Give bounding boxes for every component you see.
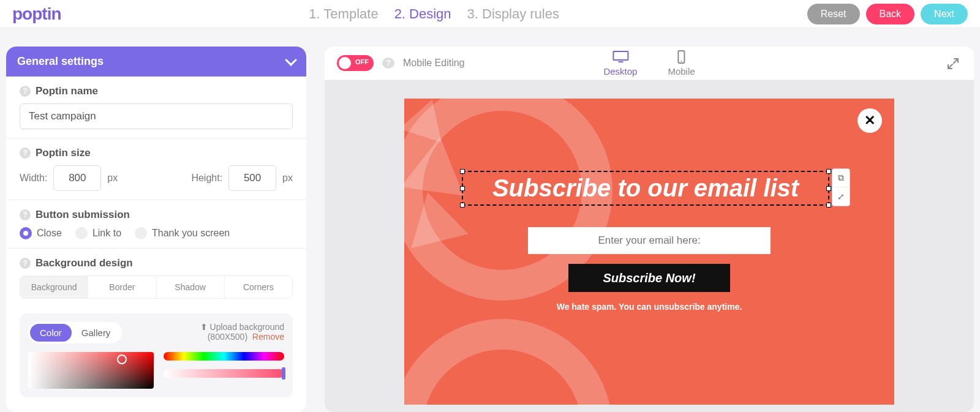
step-display-rules[interactable]: 3. Display rules [467, 6, 559, 22]
svg-rect-1 [618, 61, 623, 62]
expand-icon[interactable] [946, 56, 960, 73]
upload-icon: ⬆ [200, 322, 208, 332]
radio-thank-you[interactable]: Thank you screen [135, 227, 230, 239]
chevron-down-icon [285, 54, 297, 66]
back-button[interactable]: Back [866, 4, 915, 24]
next-button[interactable]: Next [921, 4, 968, 24]
bg-mode-pills: Color Gallery [28, 322, 122, 343]
popup-subscribe-button[interactable]: Subscribe Now! [568, 264, 730, 292]
resize-handle[interactable] [826, 203, 831, 208]
bg-panel: Color Gallery ⬆ Upload background (800X5… [20, 313, 293, 397]
device-desktop[interactable]: Desktop [603, 50, 637, 77]
width-label: Width: [20, 173, 47, 184]
popup-disclaimer[interactable]: We hate spam. You can unsubscribe anytim… [404, 302, 894, 312]
svg-rect-0 [613, 51, 628, 60]
headline-selection[interactable]: Subscribe to our email list ⧉ ⤢ [462, 171, 829, 206]
close-icon: ✕ [864, 113, 875, 129]
resize-handle[interactable] [460, 169, 465, 174]
height-label: Height: [191, 173, 222, 184]
svg-point-3 [681, 61, 682, 62]
reset-button[interactable]: Reset [807, 4, 860, 24]
pill-color[interactable]: Color [30, 324, 72, 342]
resize-handle[interactable] [826, 169, 831, 174]
radio-link-to[interactable]: Link to [75, 227, 121, 239]
poptin-name-block: ? Poptin name [6, 77, 306, 138]
desktop-icon [612, 50, 629, 64]
settings-sidebar: General settings ? Poptin name ? Poptin … [6, 47, 306, 412]
upload-label: Upload background [210, 322, 284, 332]
general-settings-header[interactable]: General settings [6, 47, 306, 77]
poptin-name-label: Poptin name [36, 85, 98, 97]
device-mobile[interactable]: Mobile [668, 50, 695, 77]
height-input[interactable] [228, 165, 276, 191]
popup-headline[interactable]: Subscribe to our email list [467, 174, 824, 202]
help-icon[interactable]: ? [20, 148, 31, 159]
tab-corners[interactable]: Corners [225, 276, 292, 298]
upload-area[interactable]: ⬆ Upload background (800X500) Remove [200, 322, 284, 342]
background-design-block: ? Background design Background Border Sh… [6, 249, 306, 307]
canvas-area: ? Mobile Editing Desktop Mobile [325, 47, 974, 412]
resize-handle[interactable] [826, 186, 831, 191]
help-icon[interactable]: ? [20, 209, 31, 220]
tab-background[interactable]: Background [20, 276, 88, 298]
resize-handle[interactable] [460, 203, 465, 208]
poptin-size-label: Poptin size [36, 147, 91, 159]
close-popup-button[interactable]: ✕ [858, 108, 882, 133]
width-unit: px [107, 173, 118, 184]
radio-close[interactable]: Close [20, 227, 62, 239]
help-icon[interactable]: ? [20, 258, 31, 269]
help-icon[interactable]: ? [20, 86, 31, 97]
decor-ring [404, 319, 612, 405]
help-icon[interactable]: ? [382, 58, 394, 69]
wizard-steps: 1. Template 2. Design 3. Display rules [61, 6, 807, 22]
remove-link[interactable]: Remove [252, 332, 284, 342]
header-buttons: Reset Back Next [807, 4, 968, 24]
height-unit: px [282, 173, 293, 184]
color-saturation-picker[interactable] [28, 352, 154, 389]
submission-label: Button submission [36, 209, 130, 221]
top-bar: poptin 1. Template 2. Design 3. Display … [0, 0, 980, 28]
tab-shadow[interactable]: Shadow [157, 276, 225, 298]
bg-design-label: Background design [36, 257, 133, 269]
element-tools: ⧉ ⤢ [832, 168, 850, 206]
duplicate-icon[interactable]: ⧉ [832, 169, 850, 187]
tab-border[interactable]: Border [88, 276, 156, 298]
radio-icon [75, 227, 88, 239]
poptin-size-block: ? Poptin size Width: px Height: px [6, 138, 306, 200]
mobile-icon [673, 50, 690, 64]
button-submission-block: ? Button submission Close Link to Thank … [6, 200, 306, 249]
step-template[interactable]: 1. Template [309, 6, 378, 22]
popup-preview[interactable]: ✕ Subscribe to our email list ⧉ ⤢ Subscr… [404, 99, 894, 405]
upload-hint: (800X500) [208, 332, 247, 342]
popup-email-input[interactable] [528, 227, 771, 254]
step-design[interactable]: 2. Design [394, 6, 451, 22]
mobile-editing-label: Mobile Editing [403, 58, 465, 69]
fullscreen-icon[interactable]: ⤢ [832, 187, 850, 206]
radio-icon [135, 227, 147, 239]
mobile-editing-toggle[interactable] [337, 55, 374, 71]
pill-gallery[interactable]: Gallery [72, 324, 121, 342]
resize-handle[interactable] [460, 186, 465, 191]
width-input[interactable] [53, 165, 101, 191]
poptin-name-input[interactable] [20, 103, 293, 129]
canvas-body[interactable]: ✕ Subscribe to our email list ⧉ ⤢ Subscr… [325, 80, 974, 412]
device-selector: Desktop Mobile [603, 50, 695, 77]
section-title: General settings [17, 55, 104, 68]
alpha-slider[interactable] [164, 369, 284, 378]
bg-tab-row: Background Border Shadow Corners [20, 275, 293, 299]
canvas-toolbar: ? Mobile Editing Desktop Mobile [325, 47, 974, 80]
hue-slider[interactable] [164, 352, 284, 361]
logo: poptin [12, 4, 61, 24]
radio-icon [20, 227, 32, 239]
